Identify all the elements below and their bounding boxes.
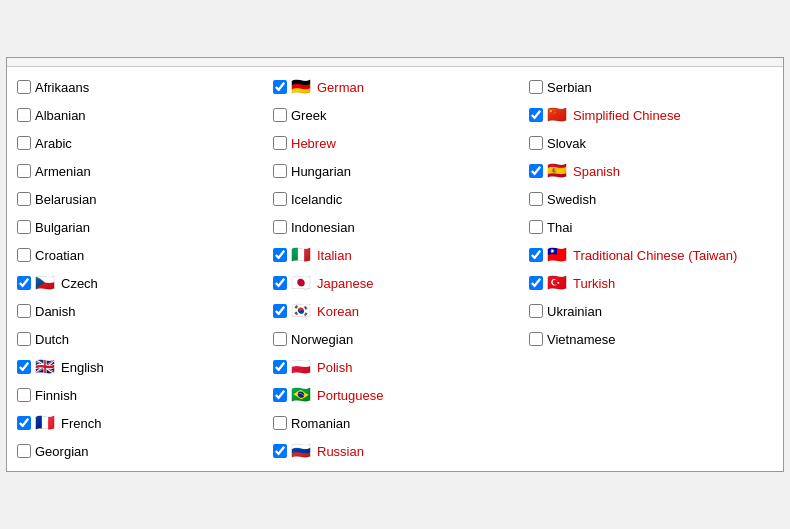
checkbox-slovak[interactable] xyxy=(529,136,543,150)
flag-spanish: 🇪🇸 xyxy=(547,163,569,179)
checkbox-danish[interactable] xyxy=(17,304,31,318)
checkbox-spanish[interactable] xyxy=(529,164,543,178)
checkbox-romanian[interactable] xyxy=(273,416,287,430)
lang-label-german: German xyxy=(317,80,364,95)
flag-simplified-chinese: 🇨🇳 xyxy=(547,107,569,123)
checkbox-indonesian[interactable] xyxy=(273,220,287,234)
lang-item-italian: 🇮🇹Italian xyxy=(267,241,523,269)
checkbox-swedish[interactable] xyxy=(529,192,543,206)
checkbox-traditional-chinese[interactable] xyxy=(529,248,543,262)
checkbox-turkish[interactable] xyxy=(529,276,543,290)
lang-item-german: 🇩🇪German xyxy=(267,73,523,101)
checkbox-korean[interactable] xyxy=(273,304,287,318)
checkbox-italian[interactable] xyxy=(273,248,287,262)
column-3: Serbian🇨🇳Simplified ChineseSlovak🇪🇸Spani… xyxy=(523,73,779,465)
checkbox-ukrainian[interactable] xyxy=(529,304,543,318)
flag-english: 🇬🇧 xyxy=(35,359,57,375)
lang-item-afrikaans: Afrikaans xyxy=(11,73,267,101)
lang-item-czech: 🇨🇿Czech xyxy=(11,269,267,297)
lang-label-japanese: Japanese xyxy=(317,276,373,291)
lang-label-czech: Czech xyxy=(61,276,98,291)
lang-label-italian: Italian xyxy=(317,248,352,263)
checkbox-arabic[interactable] xyxy=(17,136,31,150)
lang-item-albanian: Albanian xyxy=(11,101,267,129)
lang-item-serbian: Serbian xyxy=(523,73,779,101)
checkbox-armenian[interactable] xyxy=(17,164,31,178)
flag-traditional-chinese: 🇹🇼 xyxy=(547,247,569,263)
lang-item-danish: Danish xyxy=(11,297,267,325)
checkbox-afrikaans[interactable] xyxy=(17,80,31,94)
lang-item-armenian: Armenian xyxy=(11,157,267,185)
lang-label-greek: Greek xyxy=(291,108,326,123)
lang-item-bulgarian: Bulgarian xyxy=(11,213,267,241)
lang-item-croatian: Croatian xyxy=(11,241,267,269)
checkbox-german[interactable] xyxy=(273,80,287,94)
lang-item-ukrainian: Ukrainian xyxy=(523,297,779,325)
lang-item-greek: Greek xyxy=(267,101,523,129)
checkbox-thai[interactable] xyxy=(529,220,543,234)
checkbox-portuguese[interactable] xyxy=(273,388,287,402)
lang-label-vietnamese: Vietnamese xyxy=(547,332,615,347)
checkbox-serbian[interactable] xyxy=(529,80,543,94)
checkbox-english[interactable] xyxy=(17,360,31,374)
panel-content: AfrikaansAlbanianArabicArmenianBelarusia… xyxy=(7,67,783,471)
checkbox-polish[interactable] xyxy=(273,360,287,374)
lang-label-french: French xyxy=(61,416,101,431)
checkbox-croatian[interactable] xyxy=(17,248,31,262)
lang-item-spanish: 🇪🇸Spanish xyxy=(523,157,779,185)
lang-item-arabic: Arabic xyxy=(11,129,267,157)
lang-item-english: 🇬🇧English xyxy=(11,353,267,381)
checkbox-norwegian[interactable] xyxy=(273,332,287,346)
checkbox-finnish[interactable] xyxy=(17,388,31,402)
lang-label-russian: Russian xyxy=(317,444,364,459)
checkbox-bulgarian[interactable] xyxy=(17,220,31,234)
lang-label-polish: Polish xyxy=(317,360,352,375)
lang-item-dutch: Dutch xyxy=(11,325,267,353)
lang-item-korean: 🇰🇷Korean xyxy=(267,297,523,325)
checkbox-simplified-chinese[interactable] xyxy=(529,108,543,122)
lang-label-spanish: Spanish xyxy=(573,164,620,179)
checkbox-french[interactable] xyxy=(17,416,31,430)
checkbox-georgian[interactable] xyxy=(17,444,31,458)
column-1: AfrikaansAlbanianArabicArmenianBelarusia… xyxy=(11,73,267,465)
flag-korean: 🇰🇷 xyxy=(291,303,313,319)
lang-label-norwegian: Norwegian xyxy=(291,332,353,347)
lang-item-swedish: Swedish xyxy=(523,185,779,213)
checkbox-greek[interactable] xyxy=(273,108,287,122)
checkbox-hungarian[interactable] xyxy=(273,164,287,178)
checkbox-vietnamese[interactable] xyxy=(529,332,543,346)
flag-russian: 🇷🇺 xyxy=(291,443,313,459)
checkbox-albanian[interactable] xyxy=(17,108,31,122)
checkbox-czech[interactable] xyxy=(17,276,31,290)
lang-label-danish: Danish xyxy=(35,304,75,319)
checkbox-japanese[interactable] xyxy=(273,276,287,290)
checkbox-belarusian[interactable] xyxy=(17,192,31,206)
lang-label-arabic: Arabic xyxy=(35,136,72,151)
lang-item-japanese: 🇯🇵Japanese xyxy=(267,269,523,297)
lang-item-thai: Thai xyxy=(523,213,779,241)
flag-french: 🇫🇷 xyxy=(35,415,57,431)
lang-label-belarusian: Belarusian xyxy=(35,192,96,207)
flag-polish: 🇵🇱 xyxy=(291,359,313,375)
checkbox-hebrew[interactable] xyxy=(273,136,287,150)
lang-label-dutch: Dutch xyxy=(35,332,69,347)
lang-item-finnish: Finnish xyxy=(11,381,267,409)
lang-item-vietnamese: Vietnamese xyxy=(523,325,779,353)
lang-label-thai: Thai xyxy=(547,220,572,235)
lang-label-swedish: Swedish xyxy=(547,192,596,207)
lang-item-simplified-chinese: 🇨🇳Simplified Chinese xyxy=(523,101,779,129)
checkbox-russian[interactable] xyxy=(273,444,287,458)
lang-item-georgian: Georgian xyxy=(11,437,267,465)
lang-label-indonesian: Indonesian xyxy=(291,220,355,235)
lang-item-polish: 🇵🇱Polish xyxy=(267,353,523,381)
lang-item-portuguese: 🇧🇷Portuguese xyxy=(267,381,523,409)
lang-item-belarusian: Belarusian xyxy=(11,185,267,213)
lang-label-korean: Korean xyxy=(317,304,359,319)
lang-item-turkish: 🇹🇷Turkish xyxy=(523,269,779,297)
lang-item-french: 🇫🇷French xyxy=(11,409,267,437)
checkbox-icelandic[interactable] xyxy=(273,192,287,206)
lang-label-turkish: Turkish xyxy=(573,276,615,291)
lang-label-romanian: Romanian xyxy=(291,416,350,431)
languages-panel: AfrikaansAlbanianArabicArmenianBelarusia… xyxy=(6,57,784,472)
checkbox-dutch[interactable] xyxy=(17,332,31,346)
